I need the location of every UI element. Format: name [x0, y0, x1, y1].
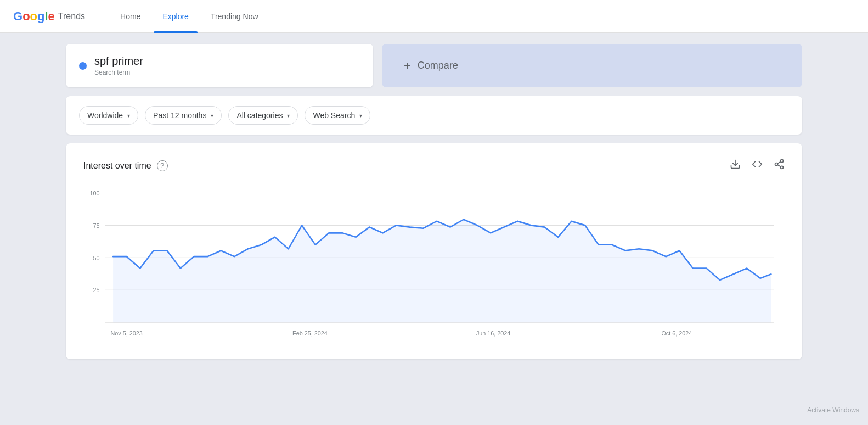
chart-title: Interest over time: [83, 161, 151, 171]
download-button[interactable]: [730, 159, 741, 172]
chevron-down-icon: ▾: [211, 113, 213, 119]
chart-header: Interest over time ?: [83, 159, 785, 172]
app-header: Google Trends Home Explore Trending Now: [0, 0, 868, 33]
svg-text:Feb 25, 2024: Feb 25, 2024: [292, 329, 328, 337]
svg-text:50: 50: [93, 254, 99, 261]
main-content: spf primer Search term + Compare Worldwi…: [0, 33, 868, 370]
compare-label: Compare: [418, 60, 458, 71]
svg-text:Oct 6, 2024: Oct 6, 2024: [661, 329, 692, 337]
trend-area: [113, 220, 771, 322]
filter-search-type[interactable]: Web Search ▾: [305, 106, 370, 125]
main-nav: Home Explore Trending Now: [111, 0, 267, 33]
filter-period-label: Past 12 months: [153, 111, 206, 120]
chart-card: Interest over time ?: [66, 143, 802, 359]
chart-title-wrap: Interest over time ?: [83, 160, 168, 171]
share-button[interactable]: [774, 159, 785, 172]
chart-wrap: 100 75 50 25 Nov 5, 2023 Feb 25, 2024 Ju…: [83, 181, 785, 348]
search-text-wrap: spf primer Search term: [94, 55, 143, 76]
filter-category[interactable]: All categories ▾: [228, 106, 298, 125]
filter-region-label: Worldwide: [87, 111, 123, 120]
logo: Google Trends: [13, 9, 85, 24]
svg-text:Jun 16, 2024: Jun 16, 2024: [476, 329, 510, 337]
compare-box[interactable]: + Compare: [382, 44, 802, 87]
search-term-text: spf primer: [94, 55, 143, 68]
chevron-down-icon: ▾: [359, 113, 362, 119]
help-icon[interactable]: ?: [157, 160, 168, 171]
nav-item-home[interactable]: Home: [111, 0, 149, 33]
chevron-down-icon: ▾: [127, 113, 130, 119]
search-box[interactable]: spf primer Search term: [66, 44, 373, 87]
logo-google: Google: [13, 9, 55, 24]
trend-chart: 100 75 50 25 Nov 5, 2023 Feb 25, 2024 Ju…: [83, 181, 785, 346]
svg-text:25: 25: [93, 287, 99, 294]
nav-item-explore[interactable]: Explore: [154, 0, 197, 33]
filter-region[interactable]: Worldwide ▾: [79, 106, 138, 125]
search-term-label: Search term: [94, 69, 143, 76]
svg-text:100: 100: [89, 189, 99, 197]
embed-button[interactable]: [752, 159, 763, 172]
filter-period[interactable]: Past 12 months ▾: [145, 106, 222, 125]
nav-item-trending[interactable]: Trending Now: [202, 0, 267, 33]
chart-actions: [730, 159, 785, 172]
logo-trends-text: Trends: [58, 12, 85, 21]
filter-category-label: All categories: [236, 111, 283, 120]
filter-search-type-label: Web Search: [313, 111, 355, 120]
svg-text:Nov 5, 2023: Nov 5, 2023: [111, 329, 143, 337]
compare-plus-icon: +: [404, 59, 411, 73]
search-compare-row: spf primer Search term + Compare: [66, 44, 802, 87]
svg-text:75: 75: [93, 222, 99, 229]
svg-line-5: [777, 161, 781, 163]
activate-watermark: Activate Windows: [807, 406, 859, 414]
chevron-down-icon: ▾: [287, 113, 290, 119]
search-term-dot: [79, 62, 87, 70]
filters-row: Worldwide ▾ Past 12 months ▾ All categor…: [66, 96, 802, 135]
svg-line-4: [777, 165, 781, 166]
